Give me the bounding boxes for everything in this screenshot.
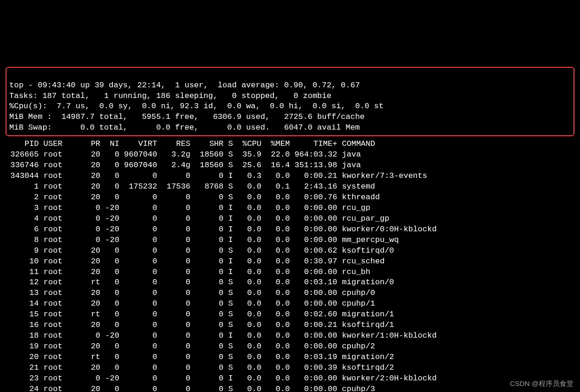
summary-line-1: top - 09:43:40 up 39 days, 22:14, 1 user… — [9, 81, 360, 90]
process-row: 15 root rt 0 0 0 0 S 0.0 0.0 0:02.60 mig… — [6, 309, 574, 320]
process-table: PID USER PR NI VIRT RES SHR S %CPU %MEM … — [6, 139, 574, 392]
process-row: 20 root rt 0 0 0 0 S 0.0 0.0 0:03.19 mig… — [6, 352, 574, 363]
process-row: 2 root 20 0 0 0 0 S 0.0 0.0 0:00.76 kthr… — [6, 192, 574, 203]
process-row: 343044 root 20 0 0 0 0 I 0.3 0.0 0:00.21… — [6, 171, 574, 182]
process-row: 16 root 20 0 0 0 0 S 0.0 0.0 0:00.21 kso… — [6, 320, 574, 331]
process-row: 14 root 20 0 0 0 0 S 0.0 0.0 0:00.00 cpu… — [6, 299, 574, 309]
summary-line-5: MiB Swap: 0.0 total, 0.0 free, 0.0 used.… — [9, 123, 360, 132]
process-row: 24 root 20 0 0 0 0 S 0.0 0.0 0:00.00 cpu… — [6, 384, 574, 392]
process-row: 13 root 20 0 0 0 0 S 0.0 0.0 0:00.00 cpu… — [6, 288, 574, 299]
terminal[interactable]: top - 09:43:40 up 39 days, 22:14, 1 user… — [0, 43, 580, 392]
process-row: 18 root 0 -20 0 0 0 I 0.0 0.0 0:00.00 kw… — [6, 331, 574, 341]
process-row: 19 root 20 0 0 0 0 S 0.0 0.0 0:00.00 cpu… — [6, 341, 574, 352]
process-row: 21 root 20 0 0 0 0 S 0.0 0.0 0:00.39 kso… — [6, 363, 574, 373]
process-row: 336746 root 20 0 9607040 2.4g 18560 S 25… — [6, 160, 574, 171]
summary-box: top - 09:43:40 up 39 days, 22:14, 1 user… — [6, 67, 574, 137]
process-row: 8 root 0 -20 0 0 0 I 0.0 0.0 0:00.00 mm_… — [6, 235, 574, 246]
process-row: 1 root 20 0 175232 17536 8768 S 0.0 0.1 … — [6, 182, 574, 192]
process-row: 4 root 0 -20 0 0 0 I 0.0 0.0 0:00.00 rcu… — [6, 214, 574, 224]
process-row: 3 root 0 -20 0 0 0 I 0.0 0.0 0:00.00 rcu… — [6, 203, 574, 214]
process-row: 23 root 0 -20 0 0 0 I 0.0 0.0 0:00.00 kw… — [6, 373, 574, 384]
process-row: 9 root 20 0 0 0 0 S 0.0 0.0 0:00.62 ksof… — [6, 246, 574, 256]
summary-line-2: Tasks: 187 total, 1 running, 186 sleepin… — [9, 91, 332, 100]
process-table-body: 326665 root 20 0 9607040 3.2g 18560 S 35… — [6, 150, 574, 392]
process-table-header: PID USER PR NI VIRT RES SHR S %CPU %MEM … — [6, 139, 574, 150]
process-row: 326665 root 20 0 9607040 3.2g 18560 S 35… — [6, 150, 574, 160]
process-row: 10 root 20 0 0 0 0 I 0.0 0.0 0:30.97 rcu… — [6, 256, 574, 267]
summary-line-3: %Cpu(s): 7.7 us, 0.0 sy, 0.0 ni, 92.3 id… — [9, 102, 384, 111]
process-row: 6 root 0 -20 0 0 0 I 0.0 0.0 0:00.00 kwo… — [6, 224, 574, 235]
process-row: 12 root rt 0 0 0 0 S 0.0 0.0 0:03.10 mig… — [6, 277, 574, 288]
summary-line-4: MiB Mem : 14987.7 total, 5955.1 free, 63… — [9, 112, 365, 121]
process-row: 11 root 20 0 0 0 0 I 0.0 0.0 0:00.00 rcu… — [6, 267, 574, 278]
